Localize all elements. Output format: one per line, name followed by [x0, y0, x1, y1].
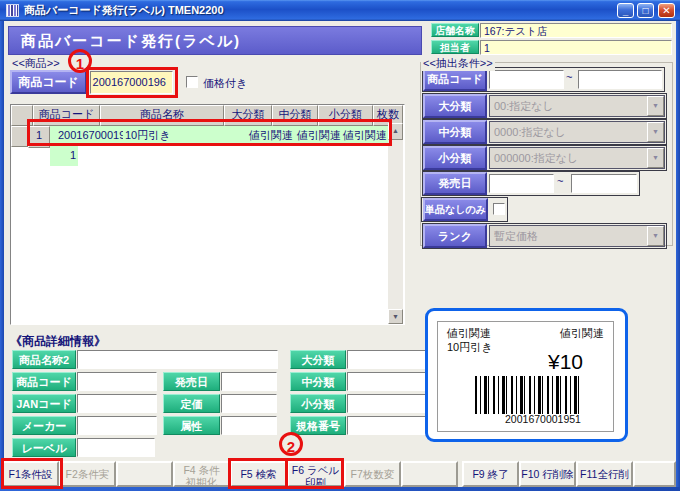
filter-release-row: 発売日 ~ — [422, 171, 640, 196]
window-border-left — [0, 21, 4, 491]
f9-exit-button[interactable]: F9 終了 — [462, 461, 519, 487]
filter-code-tilde: ~ — [566, 71, 572, 83]
detail-jan-field[interactable] — [77, 394, 157, 413]
detail-sho-field[interactable] — [347, 394, 428, 413]
filter-dai-dropdown[interactable]: 00:指定なし — [489, 95, 665, 117]
preview-price: ¥10 — [475, 350, 583, 374]
filter-rank-row: ランク 暫定価格 ▼ — [422, 223, 667, 249]
product-section-heading: <<商品>> — [12, 56, 60, 71]
detail-spec-label: 規格番号 — [290, 416, 346, 435]
f6-line1: F6 ラベル — [289, 464, 342, 476]
f2-condition-run-button: F2条件実行 — [59, 461, 116, 487]
f5-search-button[interactable]: F5 検索 — [230, 461, 287, 487]
filter-chu-dropdown[interactable]: 0000:指定なし — [489, 121, 665, 143]
cell-qty: 1 — [50, 146, 78, 166]
cell-code: 200167000195 — [50, 126, 123, 146]
f4-condition-reset-button: F4 条件 初期化 — [173, 461, 230, 487]
detail-code-label: 商品コード — [12, 372, 76, 391]
detail-sho-label: 小分類 — [290, 394, 346, 413]
detail-attr-field[interactable] — [221, 416, 277, 435]
cell-name: 10円引き — [123, 126, 247, 146]
detail-chu-field[interactable] — [347, 372, 428, 391]
filter-chu-dropdown-arrow-icon[interactable]: ▼ — [647, 122, 664, 142]
cell-chu: 値引関連 — [295, 126, 341, 146]
filter-rank-dropdown[interactable]: 暫定価格 — [489, 225, 665, 247]
filter-release-to-input[interactable] — [571, 174, 637, 193]
detail-section-heading: 《商品詳細情報》 — [10, 333, 106, 350]
f7-qty-change-button: F7枚数変更 — [344, 461, 401, 487]
cell-dai: 値引関連 — [247, 126, 295, 146]
filter-sho-row: 小分類 000000:指定なし ▼ — [422, 145, 667, 171]
filter-dai-row: 大分類 00:指定なし ▼ — [422, 93, 667, 119]
table-header-spacer — [11, 126, 28, 147]
filter-chu-row: 中分類 0000:指定なし ▼ — [422, 119, 667, 145]
detail-code-field[interactable] — [77, 372, 157, 391]
store-name-label: 店舗名称 — [431, 23, 479, 37]
filter-sho-dropdown-arrow-icon[interactable]: ▼ — [647, 148, 664, 168]
f8-blank-button — [401, 461, 458, 487]
table-scrollbar[interactable]: ▲ ▼ — [388, 123, 403, 324]
filter-dai-dropdown-arrow-icon[interactable]: ▼ — [647, 96, 664, 116]
filter-code-from-input[interactable] — [489, 70, 564, 89]
filter-release-label: 発売日 — [423, 172, 487, 195]
close-button[interactable]: ✕ — [658, 3, 675, 18]
detail-name2-label: 商品名称2 — [12, 350, 76, 369]
table-header-dai: 大分類 — [224, 105, 272, 126]
minimize-button[interactable]: _ — [617, 3, 634, 18]
scrollbar-up-button[interactable]: ▲ — [388, 123, 403, 140]
detail-dai-field[interactable] — [347, 350, 428, 369]
filter-rank-dropdown-arrow-icon[interactable]: ▼ — [647, 226, 664, 246]
application-window: 商品バーコード発行(ラベル) TMEN2200 _ □ ✕ 商品バーコード発行(… — [0, 0, 680, 491]
detail-name2-field[interactable] — [77, 350, 278, 369]
detail-spec-field[interactable] — [347, 416, 428, 435]
detail-maker-label: メーカー — [12, 416, 76, 435]
scrollbar-down-button[interactable]: ▼ — [388, 309, 403, 324]
filter-dai-label: 大分類 — [423, 94, 487, 118]
table-row[interactable]: 1 200167000195 10円引き 値引関連 値引関連 値引関連 1 — [11, 124, 404, 144]
table-header-chu: 中分類 — [272, 105, 318, 126]
f10-delete-row-button[interactable]: F10 行削除 — [519, 461, 576, 487]
table-header-name: 商品名称 — [100, 105, 224, 126]
f4-line2: 初期化 — [175, 476, 228, 487]
filter-code-to-input[interactable] — [578, 70, 662, 89]
callout-2: 2 — [279, 432, 303, 456]
f1-condition-set-button[interactable]: F1条件設定 — [2, 461, 59, 487]
maximize-button[interactable]: □ — [637, 3, 654, 18]
filter-code-label: 商品コード — [423, 68, 487, 91]
window-title: 商品バーコード発行(ラベル) TMEN2200 — [24, 3, 224, 18]
detail-release-field[interactable] — [221, 372, 277, 391]
detail-price-field[interactable] — [221, 394, 277, 413]
f3-blank-button — [116, 461, 173, 487]
filter-sho-dropdown[interactable]: 000000:指定なし — [489, 147, 665, 169]
f4-line1: F4 条件 — [175, 464, 228, 476]
filter-single-label: 単品なしのみ — [423, 198, 488, 221]
detail-price-label: 定価 — [163, 394, 220, 413]
product-code-label: 商品コード — [10, 70, 87, 94]
filter-single-checkbox[interactable] — [493, 203, 505, 215]
callout-1: 1 — [68, 49, 92, 73]
filter-release-from-input[interactable] — [489, 174, 554, 193]
f12-blank-button — [633, 461, 676, 487]
table-header-row: 商品コード 商品名称 大分類 中分類 小分類 枚数 — [11, 105, 404, 124]
table-header-code: 商品コード — [33, 105, 100, 126]
f11-delete-all-button[interactable]: F11全行削除 — [576, 461, 633, 487]
f6-label-print-button[interactable]: F6 ラベル 印刷 — [287, 461, 344, 487]
detail-release-label: 発売日 — [163, 372, 220, 391]
filter-sho-label: 小分類 — [423, 146, 487, 170]
detail-label-field[interactable] — [77, 438, 155, 457]
window-border-right — [676, 21, 680, 491]
filter-single-row: 単品なしのみ — [421, 197, 508, 222]
price-attached-label: 価格付き — [203, 76, 247, 91]
price-attached-checkbox[interactable] — [186, 76, 198, 88]
detail-jan-label: JANコード — [12, 394, 76, 413]
filter-rank-label: ランク — [423, 224, 487, 248]
table-header-sho: 小分類 — [318, 105, 373, 126]
staff-value: 1 — [480, 40, 672, 55]
product-code-input[interactable]: 200167000196 — [90, 71, 173, 94]
detail-dai-label: 大分類 — [290, 350, 346, 369]
detail-label-label: レーベル — [12, 438, 76, 457]
page-title: 商品バーコード発行(ラベル) — [8, 26, 422, 55]
app-icon — [6, 4, 19, 17]
detail-maker-field[interactable] — [77, 416, 157, 435]
row-number: 1 — [28, 126, 50, 148]
